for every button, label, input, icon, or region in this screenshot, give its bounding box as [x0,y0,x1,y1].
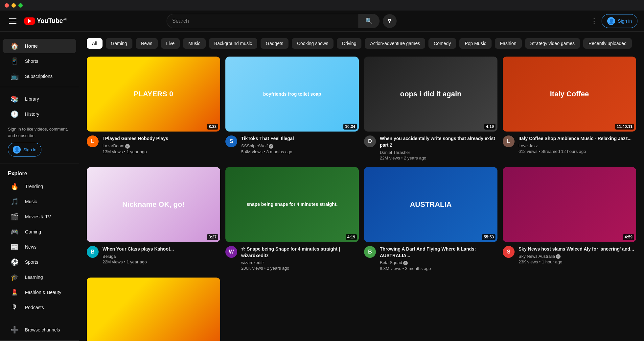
video-card-v3[interactable]: oops i did it again 4:19 D When you acci… [364,57,497,160]
sidebar-item-home[interactable]: 🏠 Home [3,39,76,53]
learning-icon: 🎓 [11,273,18,281]
video-thumbnail-v1: PLAYERS 0 8:32 [87,57,220,132]
sidebar-item-movies-tv[interactable]: 🎬 Movies & TV [3,209,76,224]
video-stats: 8.3M views • 3 months ago [380,266,497,271]
filter-chip-live[interactable]: Live [161,38,180,49]
sidebar-item-browse-channels[interactable]: ➕ Browse channels [3,323,76,337]
signin-button[interactable]: 👤 Sign in [602,14,637,28]
channel-avatar: S [503,246,515,258]
video-stats: 206K views • 2 years ago [241,266,359,271]
filter-chip-cooking_shows[interactable]: Cooking shows [292,38,334,49]
video-grid: PLAYERS 0 8:32 L I Played Games Nobody P… [87,57,636,341]
video-title: When you accidentally write songs that a… [380,135,497,148]
video-meta: I Played Games Nobody Plays LazarBeam✓ 1… [103,135,220,154]
sidebar-trending-label: Trending [25,184,43,189]
close-button[interactable] [5,3,9,8]
search-bar: 🔍 [167,14,380,28]
sidebar-learning-label: Learning [25,275,43,280]
verified-badge: ✓ [403,261,408,265]
search-submit-button[interactable]: 🔍 [358,14,379,28]
video-info: D When you accidentally write songs that… [364,135,497,160]
filter-chip-comedy[interactable]: Comedy [428,38,456,49]
filter-chip-background_music[interactable]: Background music [209,38,257,49]
sidebar-podcasts-label: Podcasts [25,305,44,310]
sidebar-item-gaming[interactable]: 🎮 Gaming [3,225,76,239]
verified-badge: ✓ [556,254,561,259]
sidebar-browse-section: ➕ Browse channels [0,319,79,341]
more-options-button[interactable]: ⋮ [590,17,598,25]
video-thumb-overlay: PLAYERS 0 [87,57,220,132]
signin-icon: 👤 [607,17,615,25]
sidebar-item-subscriptions[interactable]: 📺 Subscriptions [3,69,76,84]
filter-chip-driving[interactable]: Driving [337,38,362,49]
video-card-v8[interactable]: 4:59 S Sky News host slams Waleed Aly fo… [503,167,636,271]
sidebar-item-shorts[interactable]: 📱 Shorts [3,54,76,68]
sidebar-item-history[interactable]: 🕐 History [3,107,76,121]
video-channel[interactable]: Love Jazz [518,143,636,148]
video-info: W ☆ Snape being Snape for 4 minutes stra… [225,246,359,271]
filter-chip-music[interactable]: Music [183,38,206,49]
sidebar-item-news[interactable]: 📰 News [3,240,76,254]
signin-promo-button[interactable]: 👤 Sign in [8,143,41,157]
hamburger-menu-button[interactable] [7,16,19,26]
video-card-v7[interactable]: AUSTRALIA 55:53 B Throwing A Dart And Fl… [364,167,497,271]
video-channel[interactable]: SSSniperWolf✓ [241,143,359,149]
video-card-v5[interactable]: Nickname OK, go! 3:27 B When Your Class … [87,167,220,271]
video-card-v9[interactable]: 10:07 T Glenn Robbins' first and possibl… [87,278,220,341]
sidebar-history-label: History [25,111,39,117]
sidebar-item-library[interactable]: 📚 Library [3,92,76,106]
nav-right: ⋮ 👤 Sign in [590,14,637,28]
channel-avatar: L [503,135,515,147]
filter-chip-news[interactable]: News [136,38,158,49]
video-channel[interactable]: LazarBeam✓ [103,143,220,149]
filter-chip-all[interactable]: All [87,38,103,49]
video-info: S Sky News host slams Waleed Aly for 'sn… [503,246,636,264]
movies-icon: 🎬 [11,213,18,221]
video-thumb-overlay: Nickname OK, go! [87,167,220,242]
filter-chip-strategy_video_games[interactable]: Strategy video games [525,38,580,49]
channel-avatar: L [87,135,99,147]
filter-chip-gadgets[interactable]: Gadgets [261,38,288,49]
channel-avatar: B [364,246,376,258]
filter-chip-pop_music[interactable]: Pop Music [459,38,491,49]
sidebar-item-music[interactable]: 🎵 Music [3,194,76,209]
youtube-logo[interactable]: YouTubeAU [24,17,67,25]
minimize-button[interactable] [12,3,16,8]
filter-chip-recently_uploaded[interactable]: Recently uploaded [583,38,632,49]
video-channel[interactable]: wizardxeditz [241,260,359,265]
app-body: 🏠 Home 📱 Shorts 📺 Subscriptions 📚 Librar… [0,32,644,341]
video-stats: 612 views • Streamed 12 hours ago [518,149,636,154]
maximize-button[interactable] [18,3,23,8]
sidebar-fashion-label: Fashion & Beauty [25,290,61,295]
sidebar-library-section: 📚 Library 🕐 History Sign in to like vide… [0,88,79,163]
video-channel[interactable]: Beta Squad✓ [380,260,497,265]
signin-promo: Sign in to like videos, comment, and sub… [0,122,79,160]
sidebar: 🏠 Home 📱 Shorts 📺 Subscriptions 📚 Librar… [0,32,79,341]
search-input[interactable] [167,15,358,27]
video-duration: 8:32 [207,124,218,130]
sidebar-item-podcasts[interactable]: 🎙 Podcasts [3,300,76,314]
video-thumbnail-v8: 4:59 [503,167,636,242]
video-card-v6[interactable]: snape being snape for 4 minutes straight… [225,167,359,271]
video-channel[interactable]: Sky News Australia✓ [518,254,636,259]
filter-chip-action_adventure[interactable]: Action-adventure games [365,38,425,49]
verified-badge: ✓ [125,144,130,149]
video-duration: 10:34 [343,124,357,130]
voice-search-button[interactable]: 🎙 [383,14,397,28]
video-stats: 22M views • 1 year ago [103,259,220,264]
filter-chip-fashion[interactable]: Fashion [495,38,522,49]
sidebar-item-trending[interactable]: 🔥 Trending [3,179,76,194]
video-channel[interactable]: Beluga [103,254,220,259]
video-thumbnail-v9: 10:07 [87,278,220,341]
news-icon: 📰 [11,243,18,251]
sidebar-home-label: Home [25,43,38,49]
video-card-v2[interactable]: boyfriends frog toilet soap 10:34 S TikT… [225,57,359,160]
sidebar-item-learning[interactable]: 🎓 Learning [3,270,76,284]
sidebar-item-sports[interactable]: ⚽ Sports [3,255,76,269]
sidebar-item-fashion[interactable]: 💄 Fashion & Beauty [3,285,76,300]
video-channel[interactable]: Daniel Thrasher [380,150,497,155]
filter-chip-gaming[interactable]: Gaming [106,38,132,49]
video-card-v4[interactable]: Italy Coffee 11:40:11 L Italy Coffee Sho… [503,57,636,160]
video-info: S TikToks That Feel Illegal SSSniperWolf… [225,135,359,154]
video-card-v1[interactable]: PLAYERS 0 8:32 L I Played Games Nobody P… [87,57,220,160]
